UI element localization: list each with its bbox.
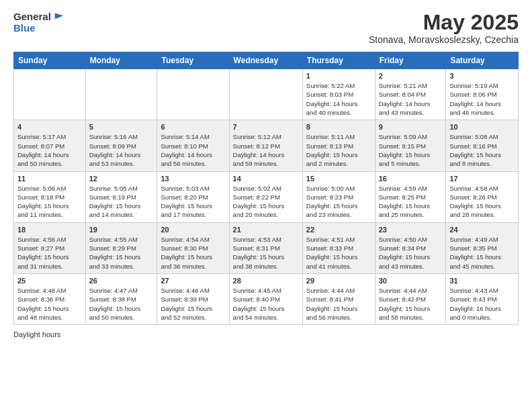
calendar-cell: 9Sunrise: 5:09 AM Sunset: 8:15 PM Daylig…	[375, 120, 446, 171]
day-number: 5	[89, 123, 154, 131]
day-number: 11	[17, 175, 82, 183]
day-number: 30	[379, 277, 443, 285]
col-header-wednesday: Wednesday	[229, 52, 302, 69]
col-header-sunday: Sunday	[14, 52, 86, 69]
day-number: 1	[306, 72, 371, 80]
day-number: 25	[17, 277, 82, 285]
day-number: 27	[161, 277, 225, 285]
day-info: Sunrise: 5:21 AM Sunset: 8:04 PM Dayligh…	[379, 81, 443, 117]
calendar-cell	[157, 69, 229, 120]
day-number: 19	[89, 226, 154, 234]
day-info: Sunrise: 4:54 AM Sunset: 8:30 PM Dayligh…	[161, 235, 225, 271]
calendar-cell: 22Sunrise: 4:51 AM Sunset: 8:33 PM Dayli…	[302, 222, 375, 273]
day-number: 14	[233, 175, 299, 183]
calendar-cell: 15Sunrise: 5:00 AM Sunset: 8:23 PM Dayli…	[302, 171, 375, 222]
day-number: 12	[89, 175, 154, 183]
calendar-cell: 28Sunrise: 4:45 AM Sunset: 8:40 PM Dayli…	[229, 273, 302, 324]
day-info: Sunrise: 4:48 AM Sunset: 8:36 PM Dayligh…	[17, 286, 82, 322]
calendar-cell: 6Sunrise: 5:14 AM Sunset: 8:10 PM Daylig…	[157, 120, 229, 171]
header: General Blue May 2025 Stonava, Moravskos…	[13, 11, 519, 45]
day-info: Sunrise: 4:49 AM Sunset: 8:35 PM Dayligh…	[449, 235, 515, 271]
day-info: Sunrise: 5:22 AM Sunset: 8:03 PM Dayligh…	[306, 81, 371, 117]
day-info: Sunrise: 4:56 AM Sunset: 8:27 PM Dayligh…	[17, 235, 82, 271]
title-block: May 2025 Stonava, Moravskoslezsky, Czech…	[369, 11, 519, 45]
calendar-cell: 7Sunrise: 5:12 AM Sunset: 8:12 PM Daylig…	[229, 120, 302, 171]
calendar-week-row: 11Sunrise: 5:06 AM Sunset: 8:18 PM Dayli…	[14, 171, 519, 222]
col-header-saturday: Saturday	[446, 52, 519, 69]
day-number: 13	[161, 175, 225, 183]
svg-marker-0	[54, 13, 63, 19]
col-header-thursday: Thursday	[302, 52, 375, 69]
calendar-cell: 11Sunrise: 5:06 AM Sunset: 8:18 PM Dayli…	[14, 171, 86, 222]
day-number: 8	[306, 123, 371, 131]
day-info: Sunrise: 5:12 AM Sunset: 8:12 PM Dayligh…	[233, 132, 299, 168]
day-info: Sunrise: 5:03 AM Sunset: 8:20 PM Dayligh…	[161, 184, 225, 220]
calendar-week-row: 25Sunrise: 4:48 AM Sunset: 8:36 PM Dayli…	[14, 273, 519, 324]
calendar-cell: 4Sunrise: 5:17 AM Sunset: 8:07 PM Daylig…	[14, 120, 86, 171]
calendar-cell: 16Sunrise: 4:59 AM Sunset: 8:25 PM Dayli…	[375, 171, 446, 222]
day-info: Sunrise: 5:17 AM Sunset: 8:07 PM Dayligh…	[17, 132, 82, 168]
day-number: 18	[17, 226, 82, 234]
calendar-cell: 1Sunrise: 5:22 AM Sunset: 8:03 PM Daylig…	[302, 69, 375, 120]
day-number: 4	[17, 123, 82, 131]
day-info: Sunrise: 4:50 AM Sunset: 8:34 PM Dayligh…	[379, 235, 443, 271]
day-info: Sunrise: 5:02 AM Sunset: 8:22 PM Dayligh…	[233, 184, 299, 220]
page: General Blue May 2025 Stonava, Moravskos…	[0, 0, 532, 411]
day-info: Sunrise: 4:58 AM Sunset: 8:26 PM Dayligh…	[449, 184, 515, 220]
day-info: Sunrise: 4:44 AM Sunset: 8:41 PM Dayligh…	[306, 286, 371, 322]
day-info: Sunrise: 5:08 AM Sunset: 8:16 PM Dayligh…	[449, 132, 515, 168]
day-info: Sunrise: 4:45 AM Sunset: 8:40 PM Dayligh…	[233, 286, 299, 322]
day-number: 28	[233, 277, 299, 285]
calendar-cell: 18Sunrise: 4:56 AM Sunset: 8:27 PM Dayli…	[14, 222, 86, 273]
calendar-cell	[229, 69, 302, 120]
day-number: 7	[233, 123, 299, 131]
month-title: May 2025	[369, 11, 519, 34]
calendar-cell: 24Sunrise: 4:49 AM Sunset: 8:35 PM Dayli…	[446, 222, 519, 273]
calendar-cell: 5Sunrise: 5:16 AM Sunset: 8:09 PM Daylig…	[85, 120, 157, 171]
location: Stonava, Moravskoslezsky, Czechia	[369, 34, 519, 45]
logo-blue-text: Blue	[13, 23, 36, 34]
calendar-header-row: SundayMondayTuesdayWednesdayThursdayFrid…	[14, 52, 519, 69]
day-info: Sunrise: 4:43 AM Sunset: 8:43 PM Dayligh…	[449, 286, 515, 322]
calendar-week-row: 4Sunrise: 5:17 AM Sunset: 8:07 PM Daylig…	[14, 120, 519, 171]
calendar-cell: 13Sunrise: 5:03 AM Sunset: 8:20 PM Dayli…	[157, 171, 229, 222]
day-number: 23	[379, 226, 443, 234]
calendar-cell: 10Sunrise: 5:08 AM Sunset: 8:16 PM Dayli…	[446, 120, 519, 171]
footer-note: Daylight hours	[13, 330, 519, 338]
calendar-week-row: 1Sunrise: 5:22 AM Sunset: 8:03 PM Daylig…	[14, 69, 519, 120]
day-info: Sunrise: 4:55 AM Sunset: 8:29 PM Dayligh…	[89, 235, 154, 271]
day-info: Sunrise: 5:05 AM Sunset: 8:19 PM Dayligh…	[89, 184, 154, 220]
calendar-cell: 31Sunrise: 4:43 AM Sunset: 8:43 PM Dayli…	[446, 273, 519, 324]
day-number: 3	[449, 72, 515, 80]
day-info: Sunrise: 4:51 AM Sunset: 8:33 PM Dayligh…	[306, 235, 371, 271]
day-info: Sunrise: 4:44 AM Sunset: 8:42 PM Dayligh…	[379, 286, 443, 322]
logo: General Blue	[13, 11, 64, 34]
calendar-cell: 29Sunrise: 4:44 AM Sunset: 8:41 PM Dayli…	[302, 273, 375, 324]
day-number: 2	[379, 72, 443, 80]
calendar-cell: 8Sunrise: 5:11 AM Sunset: 8:13 PM Daylig…	[302, 120, 375, 171]
day-number: 10	[449, 123, 515, 131]
day-number: 15	[306, 175, 371, 183]
calendar-cell: 30Sunrise: 4:44 AM Sunset: 8:42 PM Dayli…	[375, 273, 446, 324]
calendar-table: SundayMondayTuesdayWednesdayThursdayFrid…	[13, 52, 519, 325]
calendar-cell	[85, 69, 157, 120]
calendar-cell: 12Sunrise: 5:05 AM Sunset: 8:19 PM Dayli…	[85, 171, 157, 222]
calendar-cell: 19Sunrise: 4:55 AM Sunset: 8:29 PM Dayli…	[85, 222, 157, 273]
day-info: Sunrise: 5:14 AM Sunset: 8:10 PM Dayligh…	[161, 132, 225, 168]
day-number: 21	[233, 226, 299, 234]
calendar-cell: 17Sunrise: 4:58 AM Sunset: 8:26 PM Dayli…	[446, 171, 519, 222]
col-header-tuesday: Tuesday	[157, 52, 229, 69]
calendar-cell: 23Sunrise: 4:50 AM Sunset: 8:34 PM Dayli…	[375, 222, 446, 273]
calendar-cell: 26Sunrise: 4:47 AM Sunset: 8:38 PM Dayli…	[85, 273, 157, 324]
logo-icon	[52, 11, 64, 23]
col-header-friday: Friday	[375, 52, 446, 69]
calendar-cell: 3Sunrise: 5:19 AM Sunset: 8:06 PM Daylig…	[446, 69, 519, 120]
logo-general-text: General	[13, 11, 51, 23]
calendar-cell: 25Sunrise: 4:48 AM Sunset: 8:36 PM Dayli…	[14, 273, 86, 324]
day-number: 20	[161, 226, 225, 234]
day-number: 22	[306, 226, 371, 234]
daylight-label: Daylight hours	[13, 330, 60, 338]
calendar-cell: 21Sunrise: 4:53 AM Sunset: 8:31 PM Dayli…	[229, 222, 302, 273]
day-info: Sunrise: 5:19 AM Sunset: 8:06 PM Dayligh…	[449, 81, 515, 117]
day-number: 9	[379, 123, 443, 131]
